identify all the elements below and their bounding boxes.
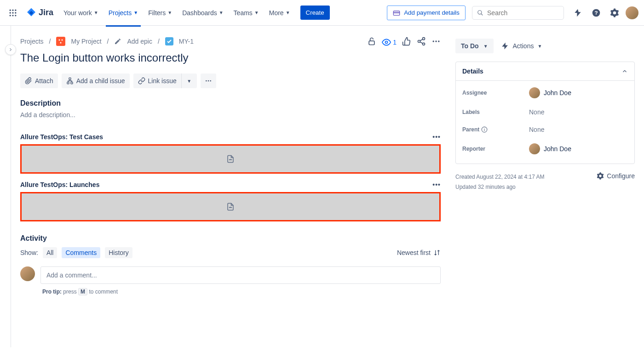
- test-cases-body[interactable]: [20, 144, 441, 174]
- nav-more[interactable]: More▼: [264, 6, 295, 20]
- search-icon: [477, 9, 483, 17]
- svg-point-11: [478, 10, 482, 14]
- svg-point-34: [210, 80, 211, 82]
- user-avatar[interactable]: [626, 6, 638, 19]
- nav-items: Your work▼ Projects▼ Filters▼ Dashboards…: [59, 6, 295, 20]
- add-child-button[interactable]: Add a child issue: [62, 74, 130, 88]
- attach-button[interactable]: Attach: [20, 74, 58, 88]
- svg-point-16: [59, 40, 60, 41]
- issue-toolbar: Attach Add a child issue Link issue ▼: [20, 74, 441, 88]
- create-button[interactable]: Create: [300, 6, 330, 20]
- lock-icon[interactable]: [367, 37, 376, 47]
- broken-file-icon: [226, 155, 235, 163]
- reporter-avatar: [529, 143, 540, 154]
- toolbar-more-button[interactable]: [201, 74, 216, 88]
- breadcrumb-add-epic[interactable]: Add epic: [127, 38, 152, 45]
- svg-line-24: [420, 39, 423, 40]
- chevron-down-icon: ▼: [94, 10, 98, 15]
- watch-button[interactable]: 1: [382, 38, 397, 47]
- link-issue-button[interactable]: Link issue: [133, 74, 181, 88]
- share-icon[interactable]: [417, 37, 426, 47]
- configure-button[interactable]: Configure: [597, 172, 635, 180]
- more-actions-icon[interactable]: [431, 37, 441, 47]
- breadcrumb-separator: /: [107, 38, 109, 45]
- expand-sidebar-button[interactable]: [5, 44, 16, 55]
- breadcrumb-issue-key[interactable]: MY-1: [179, 38, 194, 45]
- link-issue-dropdown[interactable]: ▼: [181, 74, 197, 88]
- search-box[interactable]: [472, 6, 564, 20]
- svg-point-3: [10, 12, 11, 13]
- launches-menu[interactable]: •••: [432, 181, 441, 188]
- launches-body[interactable]: [20, 192, 441, 221]
- chevron-up-icon: [621, 68, 628, 74]
- nav-dashboards[interactable]: Dashboards▼: [178, 6, 228, 20]
- gear-icon: [597, 172, 604, 180]
- child-issue-icon: [66, 77, 74, 85]
- task-icon: [165, 37, 173, 45]
- chevron-down-icon: ▼: [483, 44, 488, 49]
- tab-all[interactable]: All: [43, 247, 58, 258]
- svg-line-12: [481, 13, 483, 15]
- test-cases-title: Allure TestOps: Test Cases: [20, 133, 103, 141]
- svg-point-32: [206, 80, 207, 82]
- labels-value[interactable]: None: [529, 108, 544, 116]
- details-panel: Details Assignee John Doe Labels None Pa…: [455, 62, 635, 164]
- sort-button[interactable]: Newest first: [397, 249, 441, 256]
- comment-input[interactable]: Add a comment...: [40, 266, 441, 284]
- attachment-icon: [25, 77, 32, 85]
- tab-comments[interactable]: Comments: [62, 247, 100, 258]
- breadcrumb-projects[interactable]: Projects: [20, 38, 44, 45]
- app-switcher-icon[interactable]: [6, 6, 20, 20]
- protip-text: Pro tip: press M to comment: [42, 288, 441, 295]
- thumbs-up-icon[interactable]: [402, 37, 411, 47]
- breadcrumb-project[interactable]: My Project: [71, 38, 101, 45]
- tab-history[interactable]: History: [105, 247, 132, 258]
- jira-logo-icon: [26, 7, 37, 18]
- activity-heading: Activity: [20, 234, 441, 243]
- breadcrumb-separator: /: [158, 38, 160, 45]
- updated-timestamp: Updated 32 minutes ago: [455, 182, 544, 192]
- parent-value[interactable]: None: [529, 126, 544, 133]
- svg-point-0: [10, 9, 11, 11]
- top-nav: Jira Your work▼ Projects▼ Filters▼ Dashb…: [0, 0, 644, 26]
- actions-dropdown[interactable]: Actions ▼: [501, 42, 542, 50]
- info-icon[interactable]: [481, 126, 488, 133]
- sort-icon: [433, 249, 441, 256]
- description-field[interactable]: Add a description...: [20, 111, 441, 119]
- nav-projects[interactable]: Projects▼: [104, 6, 143, 20]
- test-cases-menu[interactable]: •••: [432, 133, 441, 141]
- jira-logo[interactable]: Jira: [22, 7, 57, 18]
- add-payment-button[interactable]: Add payment details: [387, 6, 466, 20]
- help-icon[interactable]: ?: [589, 6, 604, 20]
- svg-point-8: [15, 15, 16, 16]
- chevron-down-icon: ▼: [219, 10, 224, 15]
- chevron-down-icon: ▼: [167, 10, 172, 15]
- reporter-value[interactable]: John Doe: [529, 143, 571, 154]
- svg-rect-29: [69, 78, 71, 79]
- breadcrumb: Projects / My Project / Add epic / MY-1: [20, 37, 367, 46]
- details-toggle[interactable]: Details: [456, 62, 634, 81]
- nav-your-work[interactable]: Your work▼: [59, 6, 103, 20]
- assignee-value[interactable]: John Doe: [529, 87, 571, 98]
- svg-point-6: [10, 15, 11, 16]
- pencil-icon: [114, 38, 121, 45]
- search-input[interactable]: [487, 9, 559, 17]
- issue-title[interactable]: The Login button works incorrectly: [20, 51, 367, 64]
- activity-show-label: Show:: [20, 249, 38, 256]
- nav-icons: ?: [570, 6, 638, 20]
- svg-rect-19: [369, 41, 374, 45]
- chevron-down-icon: ▼: [254, 10, 259, 15]
- svg-point-2: [15, 9, 16, 11]
- svg-point-1: [12, 9, 13, 11]
- nav-filters[interactable]: Filters▼: [144, 6, 177, 20]
- settings-icon[interactable]: [607, 6, 622, 20]
- labels-label: Labels: [462, 109, 529, 115]
- breadcrumb-separator: /: [49, 38, 51, 45]
- svg-line-25: [420, 42, 423, 43]
- svg-point-26: [433, 40, 434, 42]
- jira-logo-text: Jira: [39, 8, 53, 17]
- status-dropdown[interactable]: To Do▼: [455, 39, 494, 53]
- svg-point-27: [435, 40, 437, 42]
- nav-teams[interactable]: Teams▼: [229, 6, 264, 20]
- notifications-icon[interactable]: [570, 6, 585, 20]
